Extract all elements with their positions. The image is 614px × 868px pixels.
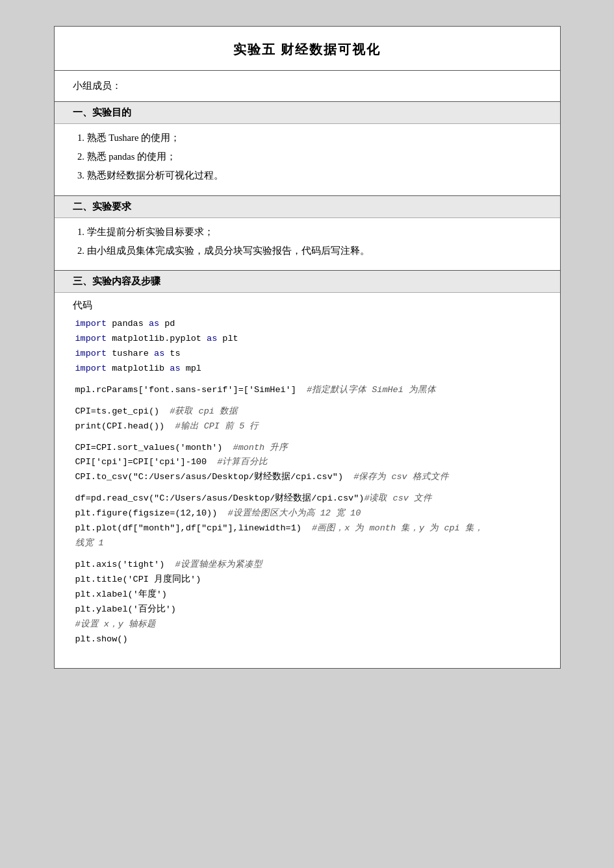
section2-body: 学生提前分析实验目标要求； 由小组成员集体完成实验，成员分块写实验报告，代码后写… [55,218,560,271]
code-line: plt.ylabel('百分比') [75,602,542,617]
code-line: plt.xlabel('年度') [75,588,542,602]
code-line: import tushare as ts [75,347,542,362]
code-line: CPI=ts.get_cpi() #获取 cpi 数据 [75,404,542,419]
section3-body: 代码 import pandas as pd import matplotlib… [55,293,560,668]
list-item: 由小组成员集体完成实验，成员分块写实验报告，代码后写注释。 [87,243,542,258]
list-item: 熟悉 Tushare 的使用； [87,130,542,145]
members-label: 小组成员： [73,81,122,91]
code-line: plt.figure(figsize=(12,10)) #设置绘图区大小为高 1… [75,506,542,521]
code-line: import pandas as pd [75,317,542,332]
section3-header: 三、实验内容及步骤 [55,271,560,293]
code-line: plt.title('CPI 月度同比') [75,573,542,588]
code-line: 线宽 1 [75,536,542,551]
section2-header: 二、实验要求 [55,196,560,218]
list-item: 熟悉 pandas 的使用； [87,149,542,164]
code-line: CPI=CPI.sort_values('month') #month 升序 [75,441,542,456]
document-page: 实验五 财经数据可视化 小组成员： 一、实验目的 熟悉 Tushare 的使用；… [54,26,561,669]
code-block: import pandas as pd import matplotlib.py… [73,317,542,660]
list-item: 熟悉财经数据分析可视化过程。 [87,168,542,183]
section1-header: 一、实验目的 [55,102,560,124]
members-section: 小组成员： [55,71,560,102]
code-line: plt.axis('tight') #设置轴坐标为紧凑型 [75,558,542,573]
code-line: print(CPI.head()) #输出 CPI 前 5 行 [75,419,542,434]
document-title: 实验五 财经数据可视化 [55,27,560,71]
code-line: mpl.rcParams['font.sans-serif']=['SimHei… [75,383,542,398]
code-line: import matplotlib as mpl [75,362,542,377]
code-line: CPI['cpi']=CPI['cpi']-100 #计算百分比 [75,455,542,470]
code-line: plt.plot(df["month"],df["cpi"],linewidth… [75,521,542,536]
code-line: import matplotlib.pyplot as plt [75,332,542,347]
code-line: #设置 x，y 轴标题 [75,617,542,632]
list-item: 学生提前分析实验目标要求； [87,225,542,240]
code-line: CPI.to_csv("C:/Users/asus/Desktop/财经数据/c… [75,470,542,485]
section1-body: 熟悉 Tushare 的使用； 熟悉 pandas 的使用； 熟悉财经数据分析可… [55,124,560,196]
code-label: 代码 [73,299,542,312]
code-line: plt.show() [75,632,542,647]
code-line: df=pd.read_csv("C:/Users/asus/Desktop/财经… [75,491,542,506]
title-text: 实验五 财经数据可视化 [233,42,381,56]
